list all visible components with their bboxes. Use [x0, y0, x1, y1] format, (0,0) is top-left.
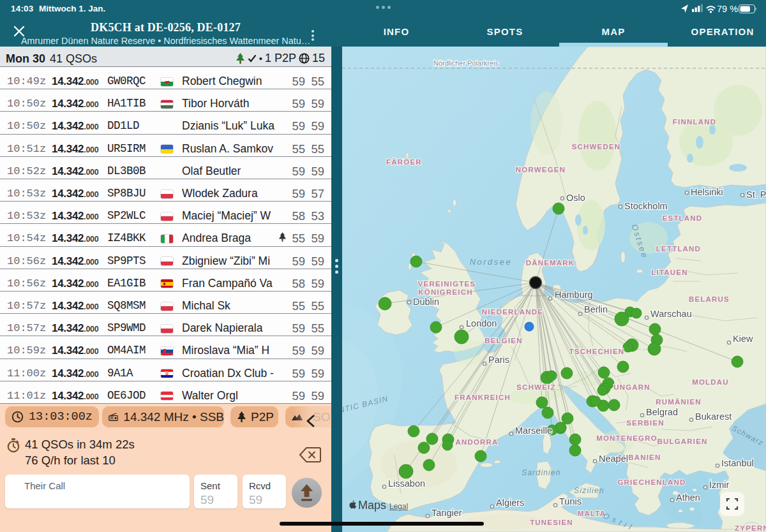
svg-text:Nordsee: Nordsee — [470, 257, 513, 267]
svg-text:VEREINIGTES: VEREINIGTES — [418, 280, 476, 288]
svg-text:NIEDERLANDE: NIEDERLANDE — [482, 308, 543, 316]
svg-text:Dublin: Dublin — [413, 297, 439, 307]
svg-text:NORWEGEN: NORWEGEN — [516, 166, 566, 174]
svg-text:FINNLAND: FINNLAND — [673, 118, 716, 126]
svg-text:Athen: Athen — [676, 492, 700, 503]
svg-text:Istanbul: Istanbul — [721, 458, 754, 468]
svg-text:LETTLAND: LETTLAND — [656, 245, 701, 253]
svg-text:Bukarest: Bukarest — [695, 411, 732, 422]
svg-text:LITAUEN: LITAUEN — [651, 269, 687, 276]
svg-text:ZYPERN: ZYPERN — [735, 524, 766, 532]
svg-text:SCHWEIZ: SCHWEIZ — [516, 383, 555, 391]
svg-text:Warschau: Warschau — [650, 309, 692, 319]
svg-text:BELARUS: BELARUS — [689, 295, 730, 303]
svg-text:DÄNEMARK: DÄNEMARK — [526, 259, 575, 267]
svg-text:Hamburg: Hamburg — [555, 290, 593, 300]
svg-text:RUMÄNIEN: RUMÄNIEN — [656, 398, 702, 406]
svg-text:MONTENEGRO: MONTENEGRO — [596, 434, 657, 442]
svg-text:Neapel: Neapel — [599, 454, 628, 464]
svg-text:St. Petersb: St. Petersb — [746, 189, 766, 200]
svg-text:MOLDAU: MOLDAU — [692, 378, 729, 386]
svg-text:London: London — [466, 318, 497, 329]
svg-text:TSCHECHIEN: TSCHECHIEN — [569, 348, 625, 355]
svg-text:MALTA: MALTA — [578, 510, 606, 517]
svg-text:Algiers: Algiers — [496, 498, 524, 508]
svg-text:GRIECHENLAND: GRIECHENLAND — [617, 478, 686, 486]
svg-text:Tunis: Tunis — [559, 496, 582, 506]
svg-text:Belgrad: Belgrad — [646, 407, 678, 417]
svg-text:ANDORRA: ANDORRA — [455, 438, 498, 446]
svg-text:İzmir: İzmir — [709, 479, 730, 490]
svg-text:Sizilien: Sizilien — [574, 486, 605, 495]
svg-text:Paris: Paris — [488, 355, 509, 365]
svg-text:Berlin: Berlin — [584, 304, 608, 314]
svg-text:FRANKREICH: FRANKREICH — [454, 394, 511, 401]
svg-text:Marseille: Marseille — [515, 425, 552, 436]
svg-text:Stockholm: Stockholm — [624, 201, 668, 211]
svg-text:Kiew: Kiew — [733, 334, 753, 344]
svg-text:ESTLAND: ESTLAND — [663, 214, 703, 222]
svg-text:Oslo: Oslo — [566, 193, 585, 203]
svg-text:UNGARN: UNGARN — [613, 383, 650, 391]
svg-text:Helsinki: Helsinki — [691, 187, 723, 197]
svg-text:KÖNIGREICH: KÖNIGREICH — [418, 288, 472, 296]
svg-text:Nördlicher Polarkreis: Nördlicher Polarkreis — [433, 59, 499, 67]
svg-text:Lissabon: Lissabon — [388, 478, 425, 489]
svg-text:Sardinien: Sardinien — [522, 468, 561, 477]
svg-text:Tangier: Tangier — [432, 508, 462, 518]
svg-text:BULGARIEN: BULGARIEN — [657, 438, 707, 445]
svg-text:79 %: 79 % — [717, 4, 738, 14]
svg-text:BELGIEN: BELGIEN — [484, 337, 523, 344]
svg-text:SCHWEDEN: SCHWEDEN — [572, 143, 621, 151]
svg-text:SERBIEN: SERBIEN — [626, 419, 665, 427]
svg-text:FÄRÖER: FÄRÖER — [386, 158, 422, 166]
svg-text:TUNESIEN: TUNESIEN — [530, 519, 573, 526]
